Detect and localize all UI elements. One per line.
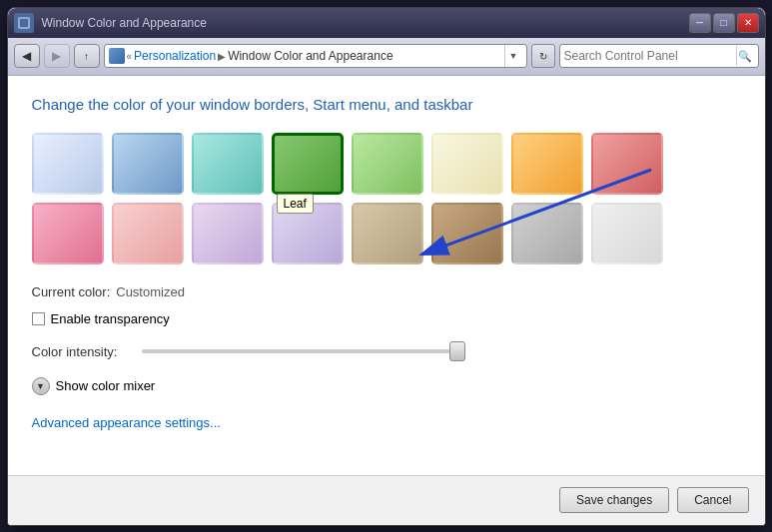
transparency-checkbox[interactable] [32,312,45,325]
save-changes-button[interactable]: Save changes [559,487,669,513]
refresh-button[interactable]: ↻ [531,44,555,68]
color-mixer-label: Show color mixer [56,378,156,393]
intensity-label: Color intensity: [32,344,132,359]
swatch-13[interactable] [431,203,503,265]
footer: Save changes Cancel [8,475,765,525]
swatch-2[interactable] [192,133,264,195]
transparency-row: Enable transparency [32,311,741,326]
breadcrumb-separator-0: « [127,51,133,62]
breadcrumb: « Personalization ▶ Window Color and App… [127,49,393,63]
nav-bar: ◀ ▶ ↑ « Personalization ▶ Window Color a… [8,38,765,76]
title-bar: Window Color and Appearance ─ □ ✕ [8,8,765,38]
main-content: Change the color of your window borders,… [8,76,765,475]
color-mixer-row: ▼ Show color mixer [32,377,741,395]
swatch-9[interactable] [112,203,184,265]
current-color-label: Current color: [32,284,111,299]
current-color-value: Customized [116,284,185,299]
swatch-6[interactable] [511,133,583,195]
swatch-0[interactable] [32,133,104,195]
swatch-11[interactable] [272,203,344,265]
maximize-button[interactable]: □ [713,13,735,33]
swatch-15[interactable] [591,203,663,265]
window-controls: ─ □ ✕ [689,13,759,33]
advanced-appearance-link[interactable]: Advanced appearance settings... [32,415,221,430]
transparency-label: Enable transparency [51,311,170,326]
address-dropdown-button[interactable]: ▼ [504,45,522,67]
swatch-7[interactable] [591,133,663,195]
intensity-slider-container [142,349,461,353]
intensity-slider-thumb[interactable] [449,341,465,361]
cancel-button[interactable]: Cancel [677,487,748,513]
current-color-row: Current color: Customized [32,284,741,299]
swatch-3[interactable]: Leaf [272,133,344,195]
address-bar: « Personalization ▶ Window Color and App… [104,44,527,68]
color-mixer-expand-button[interactable]: ▼ [32,377,50,395]
minimize-button[interactable]: ─ [689,13,711,33]
close-button[interactable]: ✕ [737,13,759,33]
search-button[interactable]: 🔍 [736,46,754,66]
intensity-row: Color intensity: [32,344,741,359]
main-window: Window Color and Appearance ─ □ ✕ ◀ ▶ ↑ … [7,7,766,526]
search-box: 🔍 [559,44,759,68]
swatch-8[interactable] [32,203,104,265]
swatches-grid: Leaf [32,133,741,265]
swatch-14[interactable] [511,203,583,265]
breadcrumb-separator-1: ▶ [218,51,226,62]
swatch-12[interactable] [352,203,423,265]
back-button[interactable]: ◀ [14,44,40,68]
swatch-1[interactable] [112,133,184,195]
search-input[interactable] [564,49,736,63]
page-title: Change the color of your window borders,… [32,96,741,113]
swatch-5[interactable] [431,133,503,195]
window-title: Window Color and Appearance [42,16,207,30]
intensity-slider-track [142,349,461,353]
forward-button[interactable]: ▶ [44,44,70,68]
swatch-4[interactable] [352,133,423,195]
swatch-10[interactable] [192,203,264,265]
breadcrumb-personalization[interactable]: Personalization [134,49,216,63]
breadcrumb-current: Window Color and Appearance [228,49,392,63]
up-button[interactable]: ↑ [74,44,100,68]
